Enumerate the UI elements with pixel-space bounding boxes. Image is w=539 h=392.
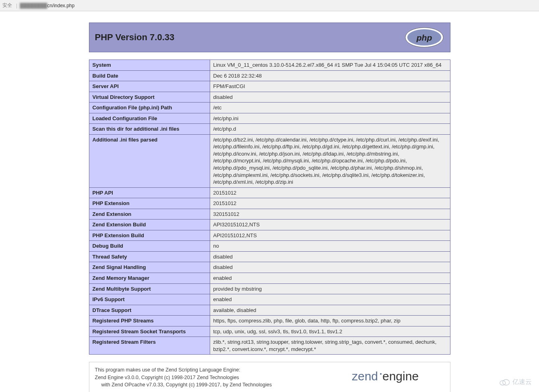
table-row: Server APIFPM/FastCGI	[89, 81, 450, 92]
table-row: Registered Stream Filterszlib.*, string.…	[89, 337, 450, 355]
watermark-text: 亿速云	[512, 378, 532, 386]
table-row: Build DateDec 6 2018 22:32:48	[89, 70, 450, 81]
row-value: provided by mbstring	[210, 283, 450, 294]
zend-line2: Zend Engine v3.0.0, Copyright (c) 1998-2…	[95, 375, 239, 380]
row-value: enabled	[210, 273, 450, 284]
table-row: PHP Extension BuildAPI20151012,NTS	[89, 230, 450, 241]
zend-credits-text: This program makes use of the Zend Scrip…	[95, 366, 272, 388]
table-row: Thread Safetydisabled	[89, 251, 450, 262]
row-label: Scan this dir for additional .ini files	[89, 124, 210, 135]
row-label: DTrace Support	[89, 305, 210, 316]
row-value: /etc	[210, 103, 450, 113]
svg-point-7	[503, 380, 510, 385]
row-value: API320151012,NTS	[210, 220, 450, 230]
row-value: /etc/php.d	[210, 124, 450, 135]
row-value: enabled	[210, 294, 450, 305]
row-label: Registered PHP Streams	[89, 316, 210, 326]
row-label: Zend Extension Build	[89, 220, 210, 230]
table-row: PHP API20151012	[89, 187, 450, 198]
php-logo-icon: php	[404, 27, 444, 48]
table-row: Debug Buildno	[89, 241, 450, 252]
page-title: PHP Version 7.0.33	[95, 32, 175, 43]
row-value: tcp, udp, unix, udg, ssl, sslv3, tls, tl…	[210, 326, 450, 337]
row-label: PHP API	[89, 187, 210, 198]
phpinfo-container: PHP Version 7.0.33 php SystemLinux VM_0_…	[89, 23, 450, 392]
row-label: Zend Multibyte Support	[89, 283, 210, 294]
row-label: Build Date	[89, 70, 210, 81]
row-value: 320151012	[210, 209, 450, 220]
row-value: /etc/php.d/bz2.ini, /etc/php.d/calendar.…	[210, 134, 450, 187]
table-row: SystemLinux VM_0_11_centos 3.10.0-514.26…	[89, 60, 450, 71]
row-label: System	[89, 60, 210, 71]
row-label: IPv6 Support	[89, 294, 210, 305]
url-path: cn/index.php	[47, 3, 74, 8]
zend-engine-logo-icon: zend engine	[352, 368, 444, 386]
row-value: disabled	[210, 92, 450, 103]
row-value: zlib.*, string.rot13, string.toupper, st…	[210, 337, 450, 355]
row-value: disabled	[210, 251, 450, 262]
row-value: 20151012	[210, 198, 450, 209]
row-label: Loaded Configuration File	[89, 113, 210, 124]
table-row: IPv6 Supportenabled	[89, 294, 450, 305]
table-row: Additional .ini files parsed/etc/php.d/b…	[89, 134, 450, 187]
row-label: Zend Memory Manager	[89, 273, 210, 284]
row-label: Configuration File (php.ini) Path	[89, 103, 210, 113]
phpinfo-table: SystemLinux VM_0_11_centos 3.10.0-514.26…	[89, 60, 450, 355]
watermark: 亿速云	[499, 378, 532, 386]
zend-credits-box: This program makes use of the Zend Scrip…	[89, 362, 450, 392]
table-row: DTrace Supportavailable, disabled	[89, 305, 450, 316]
row-label: PHP Extension	[89, 198, 210, 209]
table-row: Loaded Configuration File/etc/php.ini	[89, 113, 450, 124]
row-value: API20151012,NTS	[210, 230, 450, 241]
row-label: Additional .ini files parsed	[89, 134, 210, 187]
table-row: Scan this dir for additional .ini files/…	[89, 124, 450, 135]
row-value: FPM/FastCGI	[210, 81, 450, 92]
row-label: Thread Safety	[89, 251, 210, 262]
row-label: Debug Build	[89, 241, 210, 252]
table-row: PHP Extension20151012	[89, 198, 450, 209]
table-row: Zend Signal Handlingdisabled	[89, 262, 450, 273]
zend-line3: with Zend OPcache v7.0.33, Copyright (c)…	[95, 381, 272, 388]
row-label: Zend Extension	[89, 209, 210, 220]
row-value: Dec 6 2018 22:32:48	[210, 70, 450, 81]
row-value: no	[210, 241, 450, 252]
svg-text:php: php	[416, 33, 432, 42]
row-value: Linux VM_0_11_centos 3.10.0-514.26.2.el7…	[210, 60, 450, 71]
row-value: disabled	[210, 262, 450, 273]
svg-point-5	[380, 373, 382, 375]
svg-point-6	[500, 380, 506, 385]
svg-text:zend: zend	[352, 369, 378, 383]
row-label: Virtual Directory Support	[89, 92, 210, 103]
row-label: Registered Stream Filters	[89, 337, 210, 355]
browser-address-bar: 安全 | ████████ cn/index.php	[0, 0, 539, 11]
table-row: Registered Stream Socket Transportstcp, …	[89, 326, 450, 337]
row-value: available, disabled	[210, 305, 450, 316]
zend-line1: This program makes use of the Zend Scrip…	[95, 367, 240, 373]
row-value: https, ftps, compress.zlib, php, file, g…	[210, 316, 450, 326]
security-label: 安全	[2, 2, 12, 9]
table-row: Zend Multibyte Supportprovided by mbstri…	[89, 283, 450, 294]
table-row: Virtual Directory Supportdisabled	[89, 92, 450, 103]
phpinfo-header: PHP Version 7.0.33 php	[89, 23, 450, 52]
table-row: Configuration File (php.ini) Path/etc	[89, 103, 450, 113]
table-row: Zend Memory Managerenabled	[89, 273, 450, 284]
table-row: Zend Extension BuildAPI320151012,NTS	[89, 220, 450, 230]
table-row: Registered PHP Streamshttps, ftps, compr…	[89, 316, 450, 326]
row-value: /etc/php.ini	[210, 113, 450, 124]
row-label: Registered Stream Socket Transports	[89, 326, 210, 337]
address-divider: |	[16, 3, 17, 8]
row-label: PHP Extension Build	[89, 230, 210, 241]
row-value: 20151012	[210, 187, 450, 198]
url-host-blurred: ████████	[20, 3, 47, 8]
table-row: Zend Extension320151012	[89, 209, 450, 220]
row-label: Zend Signal Handling	[89, 262, 210, 273]
row-label: Server API	[89, 81, 210, 92]
svg-text:engine: engine	[382, 369, 419, 383]
